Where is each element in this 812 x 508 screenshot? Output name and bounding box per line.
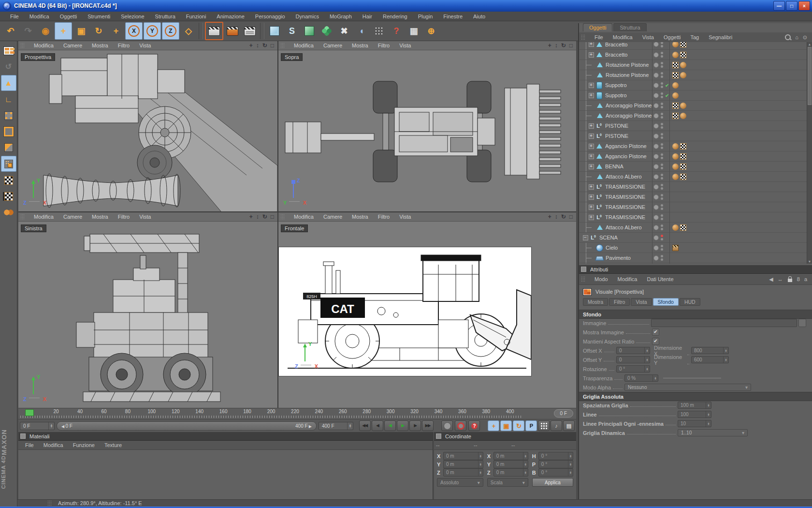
materials-menu-item[interactable]: Texture: [100, 442, 127, 448]
viewport-left[interactable]: ModificaCamereMostraFiltroVista +↕↻□ Sin…: [18, 212, 277, 408]
help-tool-icon[interactable]: ?: [388, 23, 405, 39]
texture-tag[interactable]: [680, 164, 686, 170]
coordinate-field[interactable]: 0 m▲▼: [493, 468, 528, 477]
attributes-title-bar[interactable]: Attributi: [579, 265, 812, 274]
attribute-tab[interactable]: Filtro: [609, 298, 630, 306]
enabled-check-icon[interactable]: [665, 93, 671, 98]
coordinates-title-bar[interactable]: Coordinate: [434, 432, 576, 441]
viewport-menu-item[interactable]: Mostra: [347, 43, 373, 48]
checkbox[interactable]: ✔: [652, 329, 659, 336]
phong-tag[interactable]: [672, 92, 679, 99]
menu-item[interactable]: MoGraph: [324, 14, 357, 19]
render-settings-icon[interactable]: [242, 23, 258, 39]
expand-toggle[interactable]: [589, 224, 594, 230]
frame-spinner[interactable]: 0 F▲▼: [20, 422, 55, 430]
timeline-ruler[interactable]: 0204060801001201401601802002202402602803…: [18, 408, 576, 419]
expand-toggle[interactable]: [589, 42, 594, 47]
expand-toggle[interactable]: [589, 144, 594, 149]
goto-end-icon[interactable]: ▶▶: [422, 420, 434, 431]
object-row[interactable]: PISTONE: [579, 131, 807, 141]
maximize-view-icon[interactable]: □: [271, 43, 274, 48]
expand-toggle[interactable]: [589, 72, 594, 78]
viewport-menu-item[interactable]: Vista: [134, 43, 156, 48]
visibility-dots[interactable]: [653, 133, 671, 139]
primitive-cube-icon[interactable]: [266, 23, 283, 39]
texture-tag[interactable]: [672, 62, 679, 68]
rotate-view-icon[interactable]: ↻: [262, 214, 267, 220]
make-editable-icon[interactable]: ↺: [1, 59, 16, 74]
object-manager-menu-item[interactable]: File: [590, 34, 608, 40]
rotate-view-icon[interactable]: ↻: [561, 43, 566, 48]
visibility-dots[interactable]: [653, 255, 671, 261]
rotate-view-icon[interactable]: ↻: [262, 43, 267, 48]
phong-tag[interactable]: [680, 62, 686, 68]
phong-tag[interactable]: [680, 113, 686, 119]
object-row[interactable]: Suppotro: [579, 80, 807, 90]
spline-tools-icon[interactable]: S: [284, 23, 300, 39]
pan-view-icon[interactable]: +: [249, 214, 253, 220]
object-row[interactable]: Pavimento: [579, 253, 807, 263]
viewport-canvas[interactable]: Prospettiva: [18, 50, 277, 211]
viewport-menu-item[interactable]: Vista: [134, 214, 156, 220]
undo-icon[interactable]: ↶: [2, 23, 19, 39]
enabled-check-icon[interactable]: [665, 83, 671, 88]
object-row[interactable]: Attacco ALbero: [579, 172, 807, 182]
applica-button[interactable]: Applica: [532, 478, 573, 487]
zoom-view-icon[interactable]: ↕: [555, 214, 558, 220]
zoom-view-icon[interactable]: ↕: [555, 43, 558, 48]
texture-tag[interactable]: [680, 42, 686, 47]
layer-dot[interactable]: [653, 154, 659, 159]
object-manager-menu-item[interactable]: Modifica: [608, 34, 638, 40]
layer-dot[interactable]: [653, 103, 659, 108]
viewport-menu-item[interactable]: Camere: [58, 43, 87, 48]
layer-dot[interactable]: [653, 62, 659, 68]
home-icon[interactable]: ⌂: [795, 35, 798, 40]
scala-dropdown[interactable]: Scala: [487, 478, 528, 487]
texture-tag[interactable]: [680, 52, 686, 58]
texture-tag[interactable]: [680, 224, 686, 231]
grip-icon[interactable]: [20, 43, 25, 48]
previous-frame-icon[interactable]: ◀: [372, 420, 383, 431]
attributes-menu-item[interactable]: Modifica: [613, 276, 642, 282]
layer-dot[interactable]: [653, 134, 659, 139]
range-slider[interactable]: 0 F 400 F: [57, 421, 317, 431]
value-spinner[interactable]: 100 m▲▼: [678, 402, 711, 409]
visibility-dots[interactable]: [653, 235, 671, 240]
keyframe-selection-icon[interactable]: ▤: [563, 420, 575, 431]
object-row[interactable]: Suppotro: [579, 90, 807, 101]
expand-toggle[interactable]: [589, 83, 594, 88]
attribute-object-header[interactable]: Visuale [Prospettiva]: [579, 286, 812, 297]
viewport-canvas[interactable]: Sinistra: [18, 222, 277, 408]
rotate-view-icon[interactable]: ↻: [561, 214, 566, 220]
expand-toggle[interactable]: [589, 123, 594, 129]
points-mode-icon[interactable]: [1, 108, 16, 123]
expand-toggle[interactable]: [589, 215, 594, 220]
object-row[interactable]: SCENA: [579, 233, 807, 243]
checkbox[interactable]: ✔: [652, 338, 659, 345]
autokey-icon[interactable]: [468, 420, 480, 431]
viewport-menu-item[interactable]: Vista: [394, 214, 416, 220]
object-row[interactable]: PISTONE: [579, 121, 807, 131]
attributes-menu-item[interactable]: Dati Utente: [642, 276, 679, 282]
menu-item[interactable]: Strumenti: [82, 14, 116, 19]
object-row[interactable]: Ancoraggio Pistone: [579, 101, 807, 111]
object-manager-menu-item[interactable]: Segnalibri: [704, 34, 737, 40]
dropdown[interactable]: Nessuno: [624, 384, 751, 391]
texture-mode-icon[interactable]: [1, 173, 16, 188]
layout-manager-icon[interactable]: [1, 43, 16, 58]
layer-dot[interactable]: [653, 144, 659, 149]
texture-tag[interactable]: [672, 103, 679, 109]
menu-item[interactable]: Selezione: [116, 14, 149, 19]
back-arrow-icon[interactable]: ◀: [769, 277, 773, 282]
char-8-icon[interactable]: 8: [797, 277, 800, 282]
maximize-view-icon[interactable]: □: [569, 43, 573, 48]
render-view-icon[interactable]: [205, 22, 223, 40]
coordinate-field[interactable]: 0 °▲▼: [538, 468, 573, 477]
layer-dot[interactable]: [653, 205, 659, 210]
viewport-menu-item[interactable]: Modifica: [289, 43, 319, 48]
phong-tag[interactable]: [672, 82, 679, 89]
expand-toggle[interactable]: [589, 52, 594, 58]
tree-scrollbar[interactable]: ▲ ▼: [807, 42, 812, 264]
menu-item[interactable]: Personaggio: [250, 14, 290, 19]
menu-item[interactable]: Animazione: [211, 14, 249, 19]
